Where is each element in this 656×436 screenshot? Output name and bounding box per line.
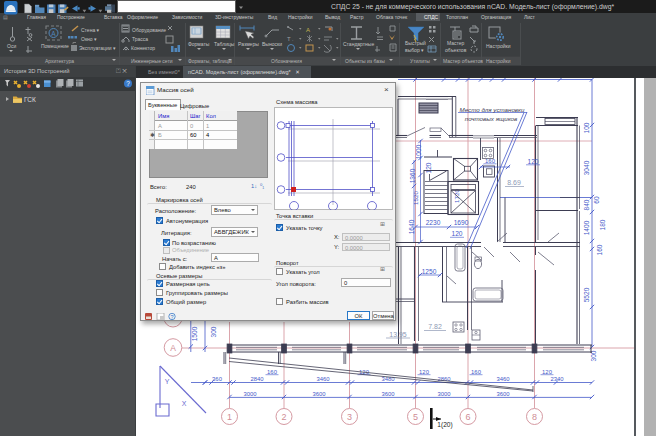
- svg-text:360: 360: [212, 376, 223, 382]
- svg-text:3000: 3000: [437, 391, 451, 397]
- svg-text:1690: 1690: [454, 219, 469, 226]
- svg-text:?: ?: [126, 80, 130, 87]
- svg-text:8.69: 8.69: [507, 179, 521, 186]
- svg-text:3460: 3460: [496, 376, 510, 382]
- svg-text:160: 160: [267, 369, 278, 375]
- svg-text:.: .: [292, 36, 293, 42]
- svg-text:8: 8: [532, 412, 537, 422]
- svg-text:X: X: [182, 400, 187, 407]
- svg-text:почтовых ящиков: почтовых ящиков: [465, 115, 518, 122]
- svg-text:А: А: [306, 27, 310, 33]
- svg-text:1400: 1400: [583, 220, 590, 235]
- svg-text:Место для установки: Место для установки: [460, 106, 526, 113]
- svg-text:160: 160: [485, 158, 496, 164]
- svg-text:120: 120: [451, 230, 462, 237]
- svg-text:160: 160: [471, 369, 482, 375]
- svg-text:1(20): 1(20): [437, 421, 452, 429]
- svg-text:A: A: [51, 29, 56, 36]
- svg-text:5: 5: [413, 412, 418, 422]
- svg-text:7.82: 7.82: [428, 323, 442, 330]
- svg-text:120: 120: [425, 162, 432, 173]
- svg-text:120: 120: [527, 158, 538, 165]
- svg-text:2340: 2340: [550, 376, 564, 382]
- svg-text:1: 1: [227, 412, 232, 422]
- svg-text:2230: 2230: [426, 219, 441, 226]
- svg-text:120: 120: [542, 369, 553, 375]
- svg-text:180: 180: [599, 219, 606, 230]
- svg-text:3040: 3040: [583, 160, 590, 175]
- svg-text:3600: 3600: [381, 391, 395, 397]
- svg-text:Т: Т: [287, 36, 291, 42]
- svg-text:2: 2: [281, 412, 286, 422]
- svg-text:120: 120: [419, 369, 430, 375]
- svg-text:1520: 1520: [412, 191, 419, 205]
- svg-text:13.95: 13.95: [389, 331, 407, 338]
- svg-text:840: 840: [583, 199, 590, 210]
- svg-text:1360: 1360: [409, 168, 416, 183]
- svg-text:2840: 2840: [250, 376, 264, 382]
- svg-text:5520: 5520: [583, 287, 590, 302]
- svg-text:3: 3: [347, 412, 352, 422]
- svg-text:1250: 1250: [422, 268, 437, 275]
- svg-text:100: 100: [583, 122, 590, 133]
- svg-text:Y: Y: [165, 378, 170, 385]
- svg-text:1640: 1640: [408, 219, 415, 234]
- svg-text:160: 160: [596, 244, 603, 255]
- svg-text:3000: 3000: [243, 391, 257, 397]
- svg-text:300: 300: [210, 326, 217, 337]
- svg-text:6: 6: [465, 412, 470, 422]
- svg-text:60: 60: [593, 196, 600, 204]
- svg-text:3460: 3460: [316, 376, 330, 382]
- svg-text:3600: 3600: [496, 391, 510, 397]
- svg-text:3600: 3600: [312, 391, 326, 397]
- svg-text:А: А: [170, 343, 176, 353]
- svg-text:?: ?: [170, 314, 173, 320]
- svg-text:1500: 1500: [191, 326, 198, 341]
